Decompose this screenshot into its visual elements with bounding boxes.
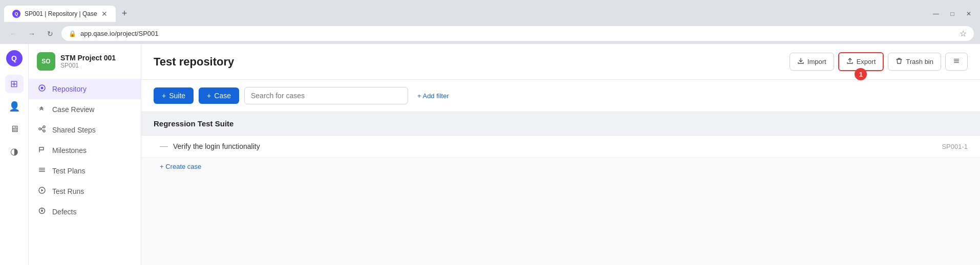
test-runs-icon (37, 186, 47, 196)
create-case-row[interactable]: + Create case (141, 158, 980, 175)
maximize-button[interactable]: □ (945, 7, 960, 21)
sidebar-item-label-test-runs: Test Runs (52, 187, 84, 195)
back-button[interactable]: ← (6, 27, 20, 41)
trash-bin-button[interactable]: Trash bin (888, 53, 941, 71)
app-container: Q ⊞ 👤 🖥 ◑ SO STM Project 001 SP001 Repos… (0, 44, 980, 265)
sidebar-item-test-runs[interactable]: Test Runs (29, 181, 141, 202)
url-text: app.qase.io/project/SP001 (80, 30, 955, 37)
page-title: Test repository (154, 55, 234, 69)
suite-label: Suite (169, 92, 185, 100)
repository-icon (37, 84, 47, 94)
svg-point-10 (41, 210, 43, 212)
project-avatar: SO (37, 52, 55, 71)
suite-title: Regression Test Suite (154, 119, 233, 128)
tab-favicon: Q (12, 10, 20, 18)
suite-button[interactable]: + Suite (154, 87, 194, 104)
address-bar[interactable]: 🔒 app.qase.io/project/SP001 ☆ (61, 26, 974, 41)
project-info: STM Project 001 SP001 (60, 54, 116, 69)
tab-title: SP001 | Repository | Qase (25, 10, 97, 17)
project-header: SO STM Project 001 SP001 (29, 52, 141, 79)
suite-plus-icon: + (162, 92, 166, 100)
import-button[interactable]: Import (790, 53, 834, 71)
trash-bin-label: Trash bin (906, 58, 933, 65)
nav-monitor[interactable]: 🖥 (5, 120, 24, 138)
list-icon (953, 57, 960, 66)
search-input-wrap (244, 87, 408, 104)
svg-rect-7 (39, 171, 45, 172)
table-row[interactable]: — Verify the login functionality SP001-1 (141, 136, 980, 158)
sidebar-item-label-shared-steps: Shared Steps (52, 126, 96, 134)
icon-nav: Q ⊞ 👤 🖥 ◑ (0, 44, 29, 265)
sidebar-item-shared-steps[interactable]: Shared Steps (29, 120, 141, 140)
window-controls: — □ ✕ (929, 7, 976, 21)
browser-chrome: Q SP001 | Repository | Qase ✕ + — □ ✕ ← … (0, 0, 980, 44)
close-button[interactable]: ✕ (962, 7, 976, 21)
case-plus-icon: + (207, 92, 211, 100)
case-button[interactable]: + Case (199, 87, 239, 104)
svg-rect-6 (39, 169, 45, 170)
sidebar-item-milestones[interactable]: Milestones (29, 140, 141, 161)
nav-chart[interactable]: ◑ (5, 142, 24, 161)
import-icon (797, 57, 804, 66)
case-id: SP001-1 (942, 143, 968, 150)
sidebar-item-defects[interactable]: Defects (29, 202, 141, 222)
export-btn-wrap: Export 1 (838, 52, 884, 71)
suite-header: Regression Test Suite (141, 112, 980, 136)
sidebar: SO STM Project 001 SP001 Repository Case… (29, 44, 141, 265)
sidebar-item-label-test-plans: Test Plans (52, 167, 86, 175)
sidebar-item-label-case-review: Case Review (52, 105, 94, 114)
add-filter-button[interactable]: + Add filter (413, 88, 453, 104)
sidebar-item-label-milestones: Milestones (52, 146, 87, 154)
case-label: Case (214, 92, 231, 100)
svg-rect-13 (954, 60, 959, 61)
svg-point-2 (39, 128, 41, 130)
svg-rect-12 (954, 59, 959, 59)
svg-rect-14 (954, 62, 959, 63)
toolbar: + Suite + Case + Add filter (141, 80, 980, 112)
nav-home[interactable]: ⊞ (5, 75, 24, 93)
main-header: Test repository Import Export 1 (141, 44, 980, 80)
case-review-icon (37, 104, 47, 115)
sidebar-nav: Repository Case Review Shared Steps Mile… (29, 79, 141, 222)
export-icon (846, 57, 854, 66)
active-tab[interactable]: Q SP001 | Repository | Qase ✕ (4, 6, 116, 22)
minimize-button[interactable]: — (929, 7, 943, 21)
new-tab-button[interactable]: + (118, 4, 132, 23)
main-content: Test repository Import Export 1 (141, 44, 980, 265)
milestones-icon (37, 145, 47, 156)
lock-icon: 🔒 (69, 30, 76, 37)
header-actions: Import Export 1 Trash bin (790, 52, 968, 71)
forward-button[interactable]: → (25, 27, 39, 41)
svg-point-4 (43, 130, 45, 132)
defects-icon (37, 207, 47, 217)
project-code: SP001 (60, 62, 116, 69)
sidebar-item-test-plans[interactable]: Test Plans (29, 161, 141, 181)
nav-users[interactable]: 👤 (5, 97, 24, 116)
case-title: Verify the login functionality (173, 142, 942, 150)
import-label: Import (807, 58, 826, 65)
tab-close-icon[interactable]: ✕ (101, 10, 108, 18)
shared-steps-icon (37, 125, 47, 135)
reload-button[interactable]: ↻ (43, 27, 57, 41)
tab-bar: Q SP001 | Repository | Qase ✕ + — □ ✕ (0, 0, 980, 23)
sidebar-item-repository[interactable]: Repository (29, 79, 141, 99)
step-badge: 1 (855, 68, 867, 80)
content-area: Regression Test Suite — Verify the login… (141, 112, 980, 265)
sidebar-item-case-review[interactable]: Case Review (29, 99, 141, 120)
svg-point-3 (43, 126, 45, 128)
qase-logo: Q (6, 50, 23, 67)
case-dash-icon: — (160, 142, 168, 151)
sidebar-item-label-defects: Defects (52, 208, 76, 216)
test-plans-icon (37, 166, 47, 176)
search-input[interactable] (244, 87, 408, 104)
project-name: STM Project 001 (60, 54, 116, 62)
export-label: Export (857, 58, 876, 65)
bookmark-icon[interactable]: ☆ (960, 29, 967, 38)
trash-icon (896, 57, 903, 66)
svg-rect-5 (39, 168, 45, 169)
list-view-button[interactable] (945, 53, 968, 71)
sidebar-item-label-repository: Repository (52, 85, 87, 93)
svg-point-1 (41, 87, 44, 90)
browser-controls: ← → ↻ 🔒 app.qase.io/project/SP001 ☆ (0, 23, 980, 44)
